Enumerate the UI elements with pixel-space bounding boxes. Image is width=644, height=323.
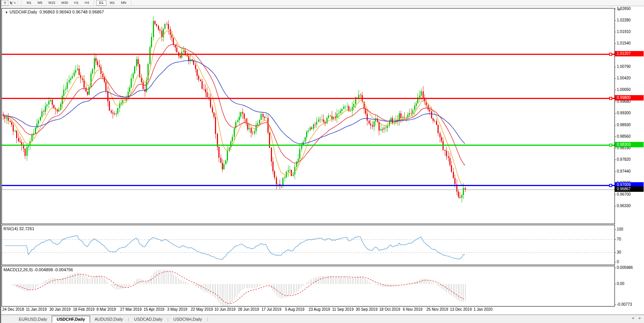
date-axis-label: 11 Jan 2019 [26, 307, 47, 311]
timeframe-button-H1[interactable]: H1 [71, 0, 82, 6]
price-level-badge: 0.98303 [615, 142, 644, 147]
date-axis-label: 3 May 2019 [167, 307, 187, 311]
price-level-badge: 1.01207 [615, 51, 644, 56]
macd-axis-label: -0.00773 [617, 302, 632, 307]
rsi-axis-label: 0 [617, 260, 619, 264]
date-axis-label: 30 Sep 2019 [356, 307, 378, 311]
macd-axis-label: 0.005986 [617, 265, 633, 270]
tab-usdchf[interactable]: USDCHF,Daily [52, 316, 90, 323]
date-axis-label: 1 Jan 2020 [474, 307, 493, 311]
tab-usdcad[interactable]: USDCAD,Daily [129, 316, 167, 322]
toolbar-separator [94, 1, 95, 5]
tab-separator: | [128, 317, 129, 321]
chart-tab-bar: EURUSD,DailyUSDCHF,DailyAUDUSD,Daily|USD… [1, 315, 644, 323]
chart-title: ▼USDCHF,Daily 0.96863 0.96943 0.96748 0.… [5, 10, 104, 14]
date-axis-label: 24 Dec 2018 [2, 307, 24, 311]
timeframe-toolbar: T ▾ M1M5M15M30H1H4 D1W1MN [1, 0, 644, 6]
rsi-label: RSI(14) 32.7261 [3, 226, 34, 231]
price-axis-label: 1.00050 [617, 87, 631, 92]
price-axis-label: 0.97820 [617, 157, 631, 162]
rsi-axis-label: 70 [617, 237, 621, 241]
window-left-edge [0, 0, 1, 323]
date-axis-label: 11 Sep 2019 [332, 307, 354, 311]
price-axis-label: 1.00790 [617, 64, 631, 69]
tab-separator: | [207, 317, 208, 321]
date-axis-label: 23 Aug 2019 [309, 307, 330, 311]
text-label-tool-button[interactable]: T [2, 0, 8, 6]
timeframe-button-M30[interactable]: M30 [58, 0, 71, 6]
date-axis-label: 8 Mar 2019 [97, 307, 116, 311]
price-axis-label: 0.97440 [617, 169, 631, 173]
rsi-canvas[interactable] [2, 225, 615, 265]
date-axis-label: 17 Jul 2019 [262, 307, 282, 311]
dropdown-caret-icon: ▾ [14, 2, 16, 5]
price-level-badge: 0.96867 [615, 186, 644, 192]
price-axis-label: 1.02280 [617, 18, 631, 22]
date-axis-label: 22 May 2019 [191, 307, 213, 311]
date-axis-label: 5 Aug 2019 [285, 307, 305, 311]
timeframe-button-H4[interactable]: H4 [82, 0, 92, 6]
timeframe-button-M1[interactable]: M1 [24, 0, 35, 6]
date-axis-label: 15 Apr 2019 [144, 307, 164, 311]
timeframe-button-M15[interactable]: M15 [46, 0, 59, 6]
title-dropdown-icon[interactable]: ▼ [5, 11, 8, 14]
tab-scroll-left-button[interactable]: ◄ [631, 316, 634, 320]
timeframe-group: M1M5M15M30H1H4 [24, 0, 92, 6]
price-chart-canvas[interactable] [2, 8, 615, 224]
tab-usdcnh[interactable]: USDCNH,Daily [169, 316, 207, 322]
cursor-tool-icon [9, 1, 14, 5]
tab-separator: | [167, 317, 169, 321]
toolbar-separator [18, 1, 18, 5]
chart-tabs: EURUSD,DailyUSDCHF,DailyAUDUSD,Daily|USD… [14, 316, 208, 323]
timeframe-button-D1[interactable]: D1 [96, 0, 107, 6]
timeframe-button-W1[interactable]: W1 [107, 0, 118, 6]
price-axis-label: 0.96700 [617, 192, 631, 196]
date-axis-label: 27 Mar 2019 [120, 307, 142, 311]
date-axis-label: 25 Nov 2019 [426, 307, 448, 311]
tab-audusd[interactable]: AUDUSD,Daily [90, 316, 128, 322]
price-axis-label: 1.01540 [617, 41, 631, 45]
timeframe-button-MN[interactable]: MN [118, 0, 129, 6]
macd-axis-label: 0.00 [617, 282, 624, 286]
price-axis-label: 1.01910 [617, 30, 631, 34]
timeframe-button-M5[interactable]: M5 [34, 0, 46, 6]
toolbar-grip [21, 1, 23, 5]
price-axis-label: 0.98560 [617, 134, 631, 138]
price-axis-label: 0.98930 [617, 123, 631, 127]
tab-scroll-arrows: ◄ ► [631, 316, 642, 320]
toolbar-separator [131, 1, 132, 5]
date-axis-label: 13 Dec 2019 [450, 307, 472, 311]
tab-scroll-right-button[interactable]: ► [638, 316, 642, 320]
price-axis-label: 1.00420 [617, 76, 631, 80]
rsi-axis-label: 100 [617, 227, 623, 231]
price-level-badge: 0.99800 [615, 95, 644, 101]
chart-shift-marker[interactable] [617, 8, 621, 11]
price-axis-label: 0.99300 [617, 111, 631, 115]
macd-label: MACD(12,26,9) -0.004898 -0.004756 [3, 267, 73, 272]
date-axis-label: 18 Feb 2019 [73, 307, 95, 311]
date-axis-label: 6 Nov 2019 [403, 307, 423, 311]
date-axis-label: 10 Jun 2019 [215, 307, 236, 311]
date-axis-label: 28 Jun 2019 [238, 307, 259, 311]
symbol-period-label: USDCHF,Daily [10, 10, 37, 14]
date-axis-label: 30 Jan 2019 [49, 307, 70, 311]
macd-canvas[interactable] [2, 266, 615, 306]
ohlc-quote: 0.96863 0.96943 0.96748 0.96867 [39, 10, 104, 14]
tab-eurusd[interactable]: EURUSD,Daily [14, 316, 52, 322]
timeframe-group: D1W1MN [96, 0, 129, 6]
price-axis-label: 0.96330 [617, 204, 631, 208]
date-axis-label: 18 Oct 2019 [379, 307, 400, 311]
rsi-axis-label: 30 [617, 250, 621, 254]
cursor-tool-button[interactable]: ▾ [9, 1, 16, 5]
terminal-window: T ▾ M1M5M15M30H1H4 D1W1MN ▼USDCHF,Daily … [0, 0, 644, 323]
